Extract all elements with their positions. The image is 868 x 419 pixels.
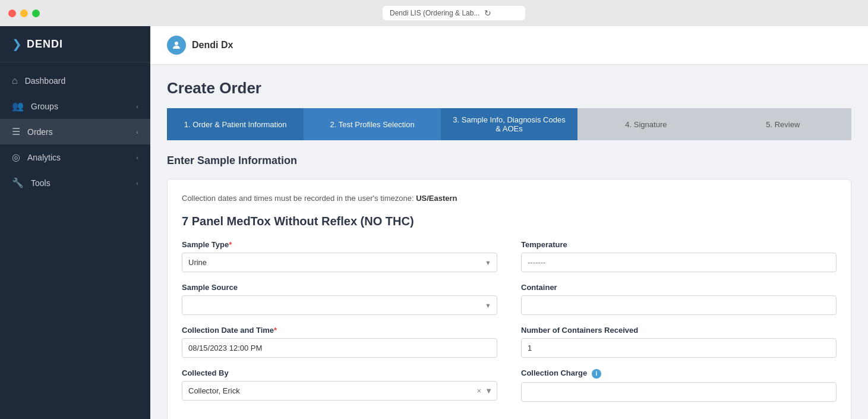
step-2-button[interactable]: 2. Test Profiles Selection [304,108,440,140]
sidebar-item-label: Groups [31,102,58,111]
collected-by-label: Collected By [182,368,497,377]
clear-collected-by-icon[interactable]: × [477,386,482,395]
content-header: Dendi Dx [150,26,868,65]
dashboard-icon: ⌂ [12,75,18,86]
collected-by-dropdown-icon[interactable]: ▼ [485,386,493,395]
collected-by-wrapper: × ▼ [182,381,497,401]
sample-type-group: Sample Type* Urine Blood Serum ▼ [182,240,497,272]
sidebar-item-label: Tools [31,178,50,188]
sample-source-label: Sample Source [182,283,497,292]
sidebar-item-label: Dashboard [25,76,66,86]
maximize-button[interactable] [32,10,40,17]
step-4-button: 4. Signature [577,108,714,140]
app-wrapper: ❯ DENDI ⌂ Dashboard 👥 Groups ‹ ☰ Orders … [0,26,868,419]
groups-icon: 👥 [12,100,24,112]
address-text: Dendi LIS (Ordering & Lab... [390,9,479,17]
container-label: Container [521,283,837,292]
container-input[interactable] [521,295,837,315]
app-avatar [167,36,186,55]
sample-info-card: Collection dates and times must be recor… [167,179,851,419]
collection-charge-input[interactable] [521,382,837,402]
sample-type-label: Sample Type* [182,240,497,249]
sample-source-select[interactable] [182,295,497,315]
collection-date-label: Collection Date and Time* [182,326,497,335]
num-containers-label: Number of Containers Received [521,326,837,335]
refresh-button[interactable]: ↻ [484,8,491,18]
chevron-right-icon: ‹ [136,128,138,136]
logo-icon: ❯ [12,37,22,51]
chevron-right-icon: ‹ [136,154,138,161]
sidebar-item-analytics[interactable]: ◎ Analytics ‹ [0,144,150,170]
collection-date-input[interactable] [182,338,497,358]
minimize-button[interactable] [20,10,28,17]
analytics-icon: ◎ [12,152,20,163]
svg-point-0 [175,42,178,45]
step-3-button[interactable]: 3. Sample Info, Diagnosis Codes & AOEs [441,108,577,140]
app-name: Dendi Dx [192,40,233,51]
sample-type-select[interactable]: Urine Blood Serum [182,253,497,272]
collected-by-actions: × ▼ [477,386,493,395]
container-group: Container [521,283,837,315]
sidebar-logo: ❯ DENDI [0,26,150,62]
page-body: Create Order 1. Order & Patient Informat… [150,65,868,419]
sidebar-item-label: Orders [27,127,53,137]
collected-by-input[interactable] [182,381,497,401]
temperature-label: Temperature [521,240,837,249]
sidebar-item-tools[interactable]: 🔧 Tools ‹ [0,170,150,196]
orders-icon: ☰ [12,126,20,137]
main-content: Dendi Dx Create Order 1. Order & Patient… [150,26,868,419]
num-containers-input[interactable] [521,338,837,358]
address-bar[interactable]: Dendi LIS (Ordering & Lab... ↻ [383,6,525,20]
collection-charge-info-icon[interactable]: i [592,369,601,379]
page-title: Create Order [167,79,851,97]
temperature-group: Temperature [521,240,837,272]
num-containers-group: Number of Containers Received [521,326,837,358]
timezone-notice: Collection dates and times must be recor… [182,194,837,203]
sidebar: ❯ DENDI ⌂ Dashboard 👥 Groups ‹ ☰ Orders … [0,26,150,419]
steps-bar: 1. Order & Patient Information 2. Test P… [167,108,851,140]
form-grid: Sample Type* Urine Blood Serum ▼ [182,240,837,412]
step-1-button[interactable]: 1. Order & Patient Information [167,108,304,140]
traffic-lights [8,10,40,17]
step-5-button: 5. Review [715,108,851,140]
sidebar-nav: ⌂ Dashboard 👥 Groups ‹ ☰ Orders ‹ ◎ Anal… [0,62,150,419]
panel-title: 7 Panel MedTox Without Reflex (NO THC) [182,215,837,228]
logo-text: DENDI [27,38,63,51]
chevron-right-icon: ‹ [136,179,138,187]
form-left-column: Sample Type* Urine Blood Serum ▼ [182,240,497,412]
sidebar-item-dashboard[interactable]: ⌂ Dashboard [0,68,150,93]
window-chrome: Dendi LIS (Ordering & Lab... ↻ [0,0,868,26]
temperature-input[interactable] [521,253,837,272]
close-button[interactable] [8,10,16,17]
section-heading: Enter Sample Information [167,155,851,167]
collection-charge-group: Collection Charge i [521,368,837,402]
form-right-column: Temperature Container Number of Containe… [521,240,837,412]
tools-icon: 🔧 [12,177,24,188]
collection-charge-label: Collection Charge i [521,368,837,379]
sample-source-group: Sample Source ▼ [182,283,497,315]
sidebar-item-orders[interactable]: ☰ Orders ‹ [0,119,150,144]
chevron-right-icon: ‹ [136,103,138,110]
timezone-value: US/Eastern [416,194,457,203]
notice-prefix: Collection dates and times must be recor… [182,194,414,203]
sidebar-item-groups[interactable]: 👥 Groups ‹ [0,93,150,119]
collected-by-group: Collected By × ▼ [182,368,497,401]
sidebar-item-label: Analytics [27,153,61,162]
sample-type-select-wrapper: Urine Blood Serum ▼ [182,253,497,272]
sample-source-select-wrapper: ▼ [182,295,497,315]
collection-date-group: Collection Date and Time* [182,326,497,358]
